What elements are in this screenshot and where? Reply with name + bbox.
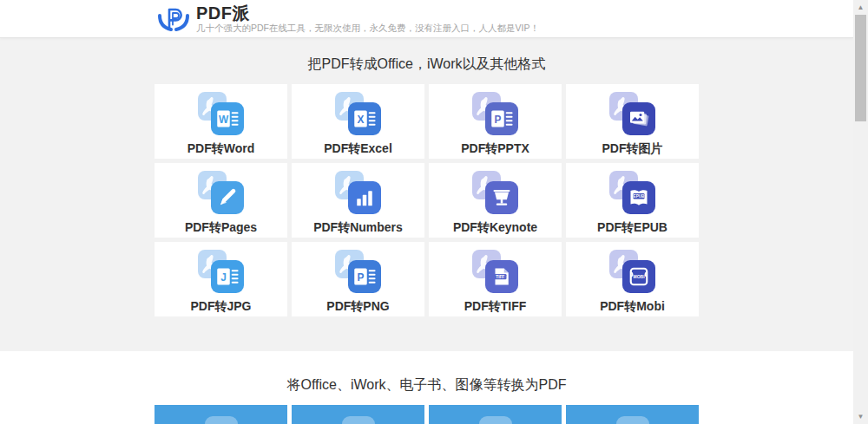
pdf-to-jpg-icon: J [211,260,244,293]
tool-label: PDF转Keynote [453,220,537,236]
tool-card-pdf-to-tiff[interactable]: TIFF PDF转TIFF [429,242,562,316]
scroll-up-arrow[interactable]: ▲ [853,0,868,15]
section-formats-to-pdf: 将Office、iWork、电子书、图像等转换为PDF W X P [0,351,853,424]
tool-icon-cluster: W [198,92,245,137]
tool-icon-cluster [609,92,656,137]
tool-card-word-to-pdf[interactable]: W [155,405,287,424]
section-pdf-to-formats: 把PDF转成Office，iWork以及其他格式 W PDF转Word X PD… [0,38,853,351]
pdf-to-excel-icon: X [348,102,381,135]
tool-icon-cluster: X [335,92,382,137]
excel-to-pdf-icon: X [342,416,375,424]
tool-card-pdf-to-jpg[interactable]: J PDF转JPG [155,242,287,316]
pdf-to-pages-icon [211,181,244,214]
tool-card-pdf-to-pptx[interactable]: P PDF转PPTX [429,84,562,159]
tool-icon-cluster: J [198,250,245,295]
tool-card-pdf-to-pages[interactable]: PDF转Pages [155,163,287,238]
tool-label: PDF转Mobi [600,299,665,315]
svg-text:EPUB: EPUB [633,194,644,199]
pdf-to-image-icon [622,102,655,135]
tool-label: PDF转JPG [190,299,251,315]
tool-icon-cluster [472,171,519,216]
tool-grid-2: W X P P [155,405,699,424]
svg-text:TIFF: TIFF [496,275,504,279]
brand-tagline: 几十个强大的PDF在线工具，无限次使用，永久免费，没有注册入口，人人都是VIP！ [196,23,539,34]
brand-title: PDF派 [196,4,539,22]
tool-label: PDF转TIFF [464,299,527,315]
svg-text:P: P [494,114,501,126]
tool-icon-cluster: TIFF [472,250,519,295]
pdfpai-logo-icon [156,3,191,35]
svg-text:J: J [220,271,227,284]
tool-label: PDF转EPUB [597,220,667,236]
tool-card-ppt-to-pdf[interactable]: P [429,405,562,424]
tool-icon-cluster [335,171,382,216]
pdf-to-epub-icon: EPUB [622,181,655,214]
pdf-to-tiff-icon: TIFF [485,260,518,293]
browser-viewport: PDF派 几十个强大的PDF在线工具，无限次使用，永久免费，没有注册入口，人人都… [0,0,868,424]
tool-label: PDF转PNG [326,299,389,315]
tool-label: PDF转Numbers [313,220,403,236]
scrollbar-thumb[interactable] [855,15,866,121]
pdf-to-word-icon: W [211,102,244,135]
tool-card-pdf-to-image[interactable]: PDF转图片 [566,84,699,159]
tool-label: PDF转Word [187,141,255,157]
pdf-to-mobi-icon: MOBI [622,260,655,293]
tool-card-excel-to-pdf[interactable]: X [292,405,424,424]
tool-label: PDF转Pages [185,220,257,236]
svg-text:MOBI: MOBI [633,274,645,279]
brand-text: PDF派 几十个强大的PDF在线工具，无限次使用，永久免费，没有注册入口，人人都… [196,4,539,34]
tool-card-pdf-to-epub[interactable]: EPUB PDF转EPUB [566,163,699,238]
svg-text:P: P [357,271,364,284]
pptx-to-pdf-icon: P [616,416,649,424]
pdf-to-png-icon: P [348,260,381,293]
scroll-down-arrow[interactable]: ▼ [853,409,868,424]
tool-label: PDF转图片 [602,141,663,157]
tool-label: PDF转Excel [324,141,392,157]
svg-text:W: W [218,114,228,126]
tool-card-pdf-to-numbers[interactable]: PDF转Numbers [292,163,424,238]
brand-logo[interactable]: PDF派 几十个强大的PDF在线工具，无限次使用，永久免费，没有注册入口，人人都… [156,3,539,35]
tool-icon-cluster: MOBI [609,250,656,295]
pdf-to-pptx-icon: P [485,102,518,135]
tool-label: PDF转PPTX [461,141,529,157]
tool-icon-cluster: P [335,250,382,295]
page: PDF派 几十个强大的PDF在线工具，无限次使用，永久免费，没有注册入口，人人都… [0,0,853,424]
tool-card-pdf-to-word[interactable]: W PDF转Word [155,84,287,159]
pdf-to-keynote-icon [485,181,518,214]
section1-title: 把PDF转成Office，iWork以及其他格式 [0,38,853,72]
tool-card-pdf-to-keynote[interactable]: PDF转Keynote [429,163,562,238]
tool-icon-cluster [198,171,245,216]
section2-title: 将Office、iWork、电子书、图像等转换为PDF [0,351,853,393]
scrollbar[interactable]: ▲ ▼ [853,0,868,424]
pdf-to-numbers-icon [348,181,381,214]
tool-icon-cluster: P [472,92,519,137]
tool-card-pptx-to-pdf[interactable]: P [566,405,699,424]
tool-card-pdf-to-excel[interactable]: X PDF转Excel [292,84,424,159]
svg-text:X: X [357,114,364,126]
word-to-pdf-icon: W [205,416,238,424]
tool-card-pdf-to-mobi[interactable]: MOBI PDF转Mobi [566,242,699,316]
tool-card-pdf-to-png[interactable]: P PDF转PNG [292,242,424,316]
tool-grid-1: W PDF转Word X PDF转Excel P [155,84,699,316]
header: PDF派 几十个强大的PDF在线工具，无限次使用，永久免费，没有注册入口，人人都… [0,0,853,38]
tool-icon-cluster: EPUB [609,171,656,216]
ppt-to-pdf-icon: P [479,416,512,424]
